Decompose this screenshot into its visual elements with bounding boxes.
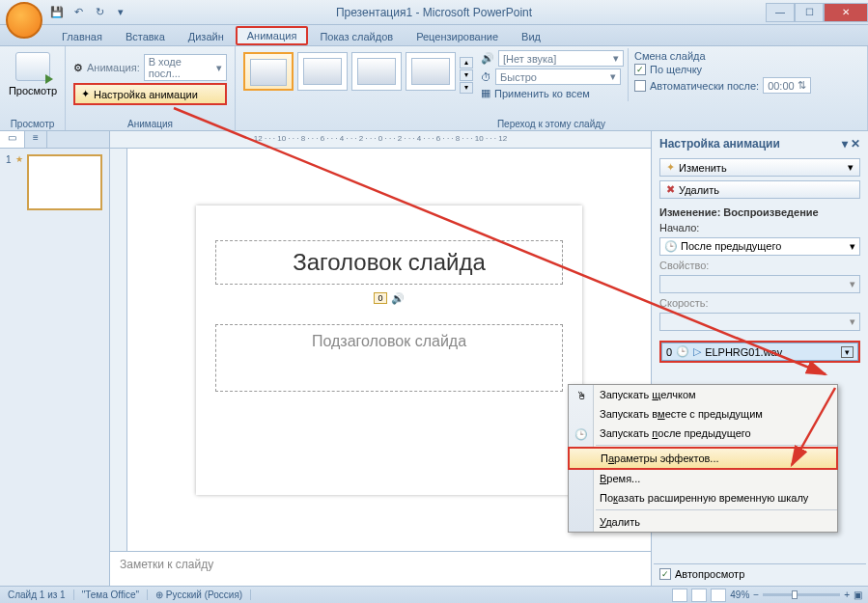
- title-placeholder[interactable]: Заголовок слайда: [215, 240, 563, 285]
- animation-item[interactable]: 0 🕒 ▷ ELPHRG01.wav ▾: [661, 343, 858, 361]
- undo-icon[interactable]: ↶: [70, 4, 87, 21]
- slide-number: 1: [6, 154, 12, 210]
- slides-tab[interactable]: ▭: [0, 131, 25, 148]
- view-slideshow-button[interactable]: [711, 589, 726, 602]
- cm-effect-options[interactable]: Параметры эффектов...: [568, 447, 838, 470]
- delete-icon: ✖: [666, 183, 675, 196]
- window-title: Презентация1 - Microsoft PowerPoint: [336, 6, 532, 19]
- tab-view[interactable]: Вид: [510, 28, 552, 45]
- speed-dropdown-tp: ▾: [659, 313, 860, 331]
- onclick-checkbox[interactable]: ✓: [634, 64, 646, 75]
- fit-button[interactable]: ▣: [854, 589, 862, 600]
- delete-button[interactable]: ✖Удалить: [659, 180, 860, 199]
- taskpane-close-icon[interactable]: ✕: [851, 137, 860, 151]
- transition-thumb[interactable]: [406, 52, 456, 91]
- taskpane-title: Настройка анимации: [659, 137, 780, 151]
- property-dropdown: ▾: [659, 275, 860, 293]
- clock-icon: 🕒: [664, 240, 678, 252]
- mouse-icon: 🖱: [573, 387, 590, 404]
- modify-button[interactable]: ✦Изменить▾: [659, 158, 860, 177]
- maximize-button[interactable]: ☐: [795, 3, 824, 22]
- start-dropdown[interactable]: 🕒 После предыдущего▾: [659, 237, 860, 256]
- title-bar: 💾 ↶ ↻ ▾ Презентация1 - Microsoft PowerPo…: [0, 0, 868, 25]
- sound-dropdown[interactable]: [Нет звука]▾: [498, 50, 624, 67]
- redo-icon[interactable]: ↻: [91, 4, 108, 21]
- apply-all-icon: ▦: [481, 87, 490, 99]
- item-dropdown-icon[interactable]: ▾: [841, 346, 854, 358]
- office-button[interactable]: [6, 2, 42, 39]
- status-theme: "Тема Office": [74, 589, 148, 600]
- tab-slideshow[interactable]: Показ слайдов: [308, 28, 405, 45]
- context-menu: 🖱Запускать щелчком Запускать вместе с пр…: [568, 384, 838, 533]
- status-slide: Слайд 1 из 1: [0, 589, 74, 600]
- preview-button[interactable]: Просмотр: [4, 48, 62, 96]
- group-animation: ⚙ Анимация: В ходе посл...▾ ✦ Настройка …: [66, 46, 236, 130]
- autopreview-checkbox[interactable]: ✓: [659, 568, 671, 580]
- group-label-preview: Просмотр: [4, 118, 61, 130]
- group-transition: ▴ ▾ ▾ 🔊[Нет звука]▾ ⏱Быстро▾ ▦Применить …: [236, 46, 868, 130]
- gallery-more-icon[interactable]: ▾: [460, 82, 473, 94]
- cm-start-onclick[interactable]: 🖱Запускать щелчком: [569, 385, 837, 404]
- quick-access-toolbar: 💾 ↶ ↻ ▾: [48, 4, 129, 21]
- cm-start-withprev[interactable]: Запускать вместе с предыдущим: [569, 404, 837, 424]
- clock-icon: 🕒: [573, 425, 590, 443]
- notes-area[interactable]: Заметки к слайду: [110, 551, 651, 586]
- slide-thumbnail[interactable]: 1 ★: [6, 154, 103, 210]
- star-icon: ✦: [81, 88, 90, 100]
- ruler-vertical: [110, 149, 127, 551]
- cm-remove[interactable]: Удалить: [569, 512, 837, 532]
- slide-canvas: Заголовок слайда 0 🔊 Подзаголовок слайда: [196, 206, 582, 495]
- cm-show-timeline[interactable]: Показать расширенную временную шкалу: [569, 488, 837, 507]
- view-normal-button[interactable]: [672, 589, 687, 602]
- play-icon: ▷: [693, 345, 701, 358]
- preview-icon: [15, 52, 50, 81]
- zoom-in-button[interactable]: +: [844, 589, 850, 600]
- qat-dropdown-icon[interactable]: ▾: [112, 4, 129, 21]
- save-icon[interactable]: 💾: [48, 4, 66, 21]
- group-label-animation: Анимация: [70, 118, 231, 130]
- outline-tab[interactable]: ≡: [25, 131, 47, 148]
- custom-animation-button[interactable]: ✦ Настройка анимации: [73, 83, 227, 105]
- transition-thumb[interactable]: [351, 52, 402, 91]
- audio-icon[interactable]: 🔊: [391, 292, 405, 305]
- ribbon-tabs: Главная Вставка Дизайн Анимация Показ сл…: [0, 25, 868, 46]
- close-button[interactable]: ✕: [824, 3, 868, 22]
- tab-design[interactable]: Дизайн: [177, 28, 236, 45]
- status-bar: Слайд 1 из 1 "Тема Office" ⊕ Русский (Ро…: [0, 586, 868, 603]
- transition-none[interactable]: [243, 52, 294, 91]
- status-lang: ⊕ Русский (Россия): [148, 589, 251, 600]
- autopreview-label: Автопросмотр: [675, 568, 744, 580]
- preview-label: Просмотр: [4, 85, 62, 96]
- item-index: 0: [666, 346, 672, 358]
- apply-all-button[interactable]: ▦Применить ко всем: [481, 87, 624, 99]
- speed-icon: ⏱: [481, 71, 491, 83]
- lang-icon: ⊕: [155, 589, 163, 600]
- ruler-horizontal: 12 · · · 10 · · · 8 · · · 6 · · · 4 · · …: [110, 131, 651, 149]
- minimize-button[interactable]: —: [766, 3, 795, 22]
- taskpane-dropdown-icon[interactable]: ▾: [842, 137, 848, 151]
- tab-review[interactable]: Рецензирование: [405, 28, 510, 45]
- gallery-up-icon[interactable]: ▴: [460, 57, 473, 69]
- auto-time-spinner[interactable]: 00:00⇅: [763, 77, 811, 94]
- subtitle-placeholder[interactable]: Подзаголовок слайда: [215, 324, 563, 392]
- gallery-down-icon[interactable]: ▾: [460, 69, 473, 81]
- tab-animation[interactable]: Анимация: [236, 26, 309, 45]
- cm-timing[interactable]: Время...: [569, 469, 837, 488]
- autoafter-checkbox[interactable]: [634, 80, 646, 92]
- animate-label: Анимация:: [87, 62, 140, 73]
- tab-home[interactable]: Главная: [50, 28, 114, 45]
- property-label: Свойство:: [659, 260, 860, 271]
- animate-dropdown[interactable]: В ходе посл...▾: [144, 54, 227, 81]
- tab-insert[interactable]: Вставка: [114, 28, 177, 45]
- view-sorter-button[interactable]: [691, 589, 707, 602]
- autopreview-row: ✓ Автопросмотр: [654, 563, 866, 584]
- zoom-out-button[interactable]: −: [753, 589, 759, 600]
- thumb-preview: [27, 154, 102, 210]
- transition-thumb[interactable]: [297, 52, 348, 91]
- transition-gallery[interactable]: ▴ ▾ ▾: [239, 48, 477, 101]
- start-label: Начало:: [659, 222, 860, 233]
- speed-dropdown[interactable]: Быстро▾: [495, 69, 621, 85]
- anim-star-icon: ★: [15, 154, 23, 210]
- cm-start-afterprev[interactable]: 🕒Запускать после предыдущего: [569, 424, 837, 443]
- zoom-slider[interactable]: [763, 593, 840, 596]
